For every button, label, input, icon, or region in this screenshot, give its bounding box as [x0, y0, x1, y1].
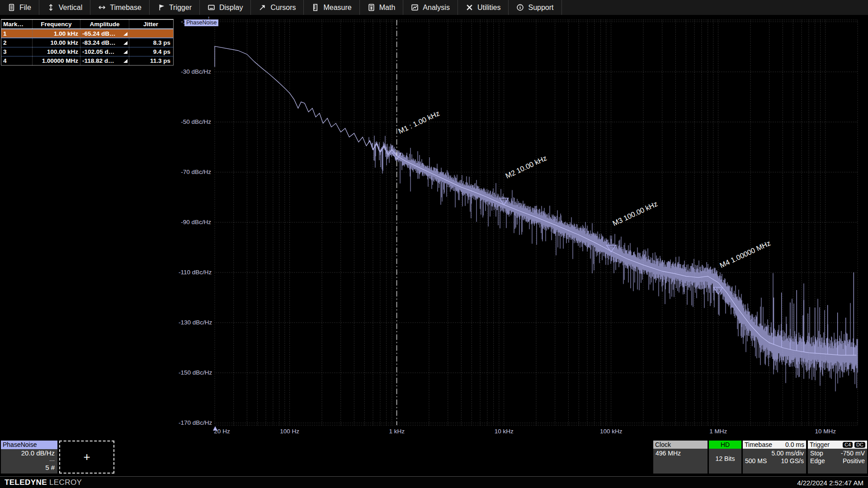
- trigger-coupling-badge: DC: [854, 442, 865, 448]
- clock-value: 496 MHz: [656, 450, 681, 457]
- y-axis-tick-label: -30 dBc/Hz: [179, 68, 211, 75]
- clock-title: Clock: [655, 441, 671, 449]
- x-axis-tick-label: 100 kHz: [600, 428, 623, 435]
- timebase-title: Timebase: [745, 441, 772, 449]
- trigger-mode: Stop: [810, 450, 823, 457]
- hd-bits-value: 12 Bits: [716, 455, 735, 462]
- datetime-display: 4/22/2024 2:52:47 AM: [797, 479, 863, 487]
- brand-bold: TELEDYNE: [5, 478, 47, 487]
- trigger-box[interactable]: Trigger C4 DC Stop-750 mV EdgePositive: [808, 441, 867, 474]
- y-axis-tick-label: -130 dBc/Hz: [179, 319, 211, 326]
- y-axis-tick-label: -90 dBc/Hz: [179, 219, 211, 225]
- hd-mode-box[interactable]: HD 12 Bits: [709, 441, 741, 474]
- trace-name-badge[interactable]: PhaseNoise: [184, 19, 218, 26]
- brand-light: LECROY: [49, 478, 82, 487]
- footer-bar: TELEDYNE LECROY 4/22/2024 2:52:47 AM: [0, 477, 868, 488]
- teledyne-lecroy-logo: TELEDYNE LECROY: [5, 478, 82, 487]
- trigger-level: -750 mV: [841, 450, 865, 457]
- add-trace-button[interactable]: +: [59, 441, 114, 474]
- descriptor-scale: 20.0 dB/Hz: [1, 449, 57, 457]
- y-axis-tick-label: -70 dBc/Hz: [179, 169, 211, 175]
- footer-divider: [0, 476, 868, 477]
- y-axis-tick-label: -110 dBc/Hz: [179, 269, 211, 276]
- trigger-title: Trigger: [810, 441, 830, 449]
- x-axis-tick-label: 10 MHz: [815, 428, 836, 435]
- timebase-sample-rate: 10 GS/s: [781, 457, 804, 465]
- timebase-samples: 500 MS: [745, 457, 767, 465]
- x-axis-tick-label: 20 Hz: [214, 428, 230, 435]
- y-axis-tick-label: -50 dBc/Hz: [179, 118, 211, 125]
- y-axis-tick-label: -170 dBc/Hz: [179, 419, 211, 426]
- trigger-source-badge: C4: [843, 442, 853, 448]
- x-axis-tick-label: 1 MHz: [709, 428, 727, 435]
- trace-descriptor-phasenoise[interactable]: PhaseNoise 20.0 dB/Hz --- 5 #: [1, 441, 57, 474]
- timebase-offset: 0.0 ms: [785, 441, 804, 449]
- descriptor-dashes: ---: [1, 457, 57, 464]
- x-axis-tick-label: 100 Hz: [280, 428, 299, 435]
- x-axis-tick-label: 1 kHz: [389, 428, 405, 435]
- trigger-type: Edge: [810, 457, 825, 465]
- hd-title: HD: [721, 441, 730, 449]
- trigger-slope: Positive: [843, 457, 865, 465]
- timebase-box[interactable]: Timebase 0.0 ms 5.00 ms/div 500 MS10 GS/…: [743, 441, 806, 474]
- timebase-per-div: 5.00 ms/div: [771, 450, 804, 457]
- descriptor-title[interactable]: PhaseNoise: [1, 441, 57, 449]
- descriptor-count: 5 #: [1, 464, 57, 472]
- clock-box[interactable]: Clock 496 MHz: [653, 441, 708, 474]
- phase-noise-plot[interactable]: [0, 0, 868, 488]
- plus-icon: +: [83, 450, 90, 464]
- y-axis-tick-label: -150 dBc/Hz: [179, 369, 211, 376]
- x-axis-tick-label: 10 kHz: [495, 428, 514, 435]
